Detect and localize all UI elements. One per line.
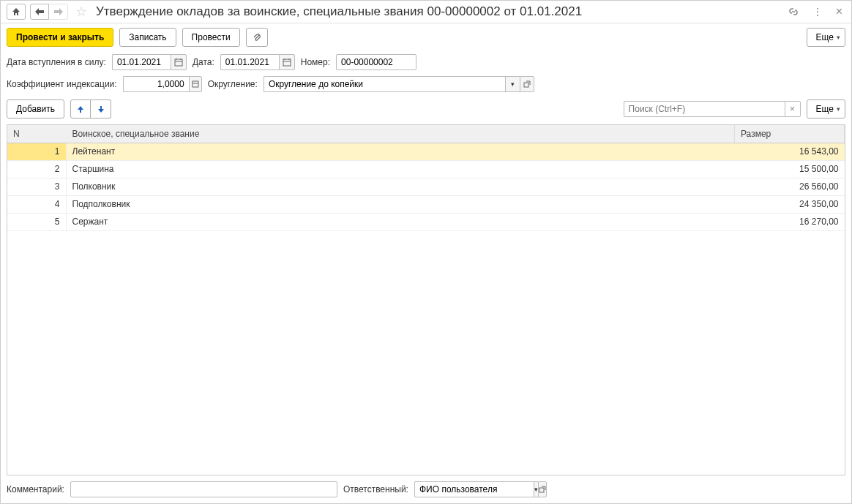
svg-rect-4 [283,59,291,66]
svg-rect-0 [175,59,182,66]
calculator-icon [192,80,199,88]
arrow-down-icon [97,105,105,113]
post-button[interactable]: Провести [182,28,240,47]
table-row[interactable]: 5Сержант16 270,00 [7,213,845,230]
table-more-button[interactable]: Еще [807,99,845,119]
rounding-select[interactable] [264,76,505,92]
comment-label: Комментарий: [7,484,64,494]
svg-rect-8 [193,81,198,87]
cell-n: 5 [7,213,66,230]
rounding-label: Округление: [208,79,258,89]
add-button[interactable]: Добавить [7,99,64,119]
cell-title: Старшина [66,160,735,178]
effective-date-picker-button[interactable] [171,54,187,70]
table-row[interactable]: 4Подполковник24 350,00 [7,195,845,213]
attach-button[interactable] [246,28,268,47]
comment-input[interactable] [70,481,337,497]
cell-size: 24 350,00 [735,195,845,213]
arrow-up-icon [76,105,85,113]
post-and-close-button[interactable]: Провести и закрыть [7,28,113,47]
cell-n: 1 [7,143,66,160]
col-header-title[interactable]: Воинское, специальное звание [66,125,735,143]
cell-title: Полковник [66,178,735,195]
cell-size: 26 560,00 [735,178,845,195]
cell-title: Сержант [66,213,735,230]
coef-calc-button[interactable] [189,76,202,92]
cell-size: 16 543,00 [735,143,845,160]
svg-rect-11 [539,488,544,492]
date-picker-button[interactable] [279,54,295,70]
responsible-open-button[interactable] [538,481,547,497]
paperclip-icon [252,32,262,42]
kebab-menu-icon[interactable]: ⋮ [810,6,826,18]
search-clear-button[interactable]: × [785,101,801,117]
save-button[interactable]: Записать [119,28,176,47]
open-icon [523,80,531,88]
cell-title: Подполковник [66,195,735,213]
more-button[interactable]: Еще [807,28,845,47]
number-input[interactable] [336,54,416,70]
favorite-star-icon[interactable]: ☆ [72,4,90,20]
calendar-icon [174,58,183,67]
effective-date-label: Дата вступления в силу: [7,57,106,67]
table-row[interactable]: 2Старшина15 500,00 [7,160,845,178]
table-row[interactable]: 3Полковник26 560,00 [7,178,845,195]
close-icon[interactable]: × [833,5,845,18]
rounding-open-button[interactable] [520,76,534,92]
forward-button[interactable] [49,4,68,20]
open-icon [539,486,546,493]
link-icon[interactable] [785,6,802,18]
cell-n: 2 [7,160,66,178]
svg-rect-10 [524,83,528,87]
table-row[interactable]: 1Лейтенант16 543,00 [7,143,845,160]
back-button[interactable] [30,4,49,20]
col-header-size[interactable]: Размер [735,125,845,143]
number-label: Номер: [301,57,330,67]
coef-label: Коэффициент индексации: [7,79,117,89]
cell-size: 15 500,00 [735,160,845,178]
col-header-n[interactable]: N [7,125,66,143]
cell-title: Лейтенант [66,143,735,160]
search-input[interactable] [624,101,785,117]
responsible-input[interactable] [414,481,534,497]
move-up-button[interactable] [70,99,91,119]
rounding-dropdown-button[interactable]: ▾ [505,76,520,92]
responsible-label: Ответственный: [343,484,408,494]
coef-input[interactable] [123,76,189,92]
cell-size: 16 270,00 [735,213,845,230]
data-table[interactable]: N Воинское, специальное звание Размер 1Л… [7,124,845,475]
calendar-icon [283,58,291,67]
cell-n: 4 [7,195,66,213]
home-button[interactable] [7,4,26,20]
date-label: Дата: [193,57,214,67]
page-title: Утверждение окладов за воинские, специал… [94,4,780,19]
cell-n: 3 [7,178,66,195]
move-down-button[interactable] [91,99,111,119]
effective-date-input[interactable] [112,54,171,70]
date-input[interactable] [220,54,279,70]
